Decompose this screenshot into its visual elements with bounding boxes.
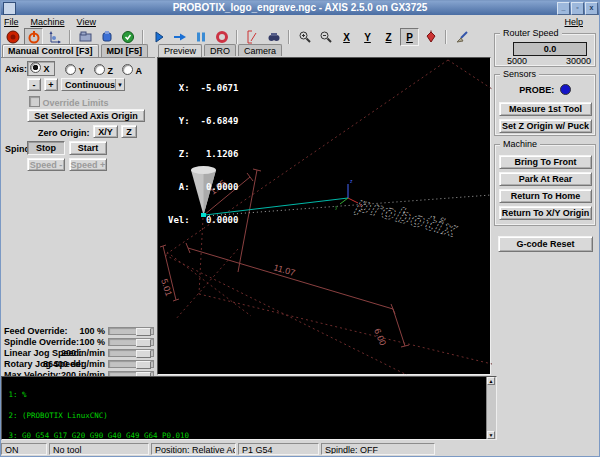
dro-vel: Vel: 0.0000: [168, 215, 238, 226]
linear-jog-speed-row: Linear Jog Speed: 200 in/min: [1, 348, 157, 358]
titlebar: PROBOTIX_logo_engrave.ngc - AXIS 2.5.0 o…: [0, 0, 600, 15]
axis-label: Axis:: [5, 64, 27, 74]
minimize-button[interactable]: _: [557, 2, 570, 15]
jog-minus-button[interactable]: -: [27, 78, 41, 91]
override-limits-checkbox[interactable]: Override Limits: [29, 96, 109, 108]
dro-a: A: 0.0000: [168, 182, 238, 193]
slider-thumb[interactable]: [136, 350, 151, 358]
checkbox-icon: [29, 96, 40, 107]
estop-icon: [6, 30, 20, 44]
statusbar: ON No tool Position: Relative Actual P1 …: [0, 441, 600, 457]
dimension-depth: 6.00: [372, 327, 388, 347]
spindle-speed-minus-button[interactable]: Speed -: [27, 158, 65, 171]
router-speed-label: Router Speed: [500, 28, 562, 38]
menu-file[interactable]: File: [4, 17, 19, 27]
axis-radio-y[interactable]: Y: [65, 64, 85, 76]
jog-mode-dropdown[interactable]: Continuous ▼: [61, 78, 125, 91]
zero-z-button[interactable]: Z: [121, 125, 137, 138]
tab-manual-control[interactable]: Manual Control [F3]: [2, 44, 99, 58]
return-to-xy-origin-button[interactable]: Return To X/Y Origin: [499, 206, 592, 220]
park-at-rear-button[interactable]: Park At Rear: [499, 172, 592, 186]
gcode-line: 2: (PROBOTIX LinuxCNC): [4, 413, 486, 420]
spindle-override-label: Spindle Override:: [4, 337, 79, 347]
preview-canvas[interactable]: 11.07 6.00 5.01 1.85 x y z probotix: [157, 57, 491, 375]
status-machine-state: ON: [1, 443, 47, 455]
window-icon: [3, 2, 16, 15]
gcode-reset-button[interactable]: G-code Reset: [498, 236, 593, 252]
axis-x-label: X: [44, 64, 50, 74]
axis-radio-a[interactable]: A: [122, 64, 142, 76]
menubar: File Machine View Help: [0, 15, 600, 28]
linear-jog-speed-slider[interactable]: [108, 349, 154, 357]
radio-x-icon: [30, 62, 41, 73]
scroll-down-icon[interactable]: ▼: [487, 431, 495, 439]
toolbar-separator: [445, 30, 447, 44]
left-tabs: Manual Control [F3] MDI [F5]: [2, 44, 150, 58]
spindle-speed-plus-button[interactable]: Speed +: [69, 158, 107, 171]
manual-control-panel: Manual Control [F3] MDI [F5] Axis: X Y Z…: [0, 44, 156, 376]
measure-first-tool-button[interactable]: Measure 1st Tool: [499, 102, 592, 116]
view-x-label: X: [341, 32, 352, 43]
open-file-icon: [79, 30, 93, 44]
spindle-override-value: 100 %: [79, 337, 105, 347]
spindle-override-row: Spindle Override: 100 %: [1, 337, 157, 347]
slider-thumb[interactable]: [136, 361, 151, 369]
jog-axes-icon: [48, 30, 62, 44]
sensors-group: Sensors PROBE: Measure 1st Tool Set Z Or…: [494, 74, 596, 136]
optional-stop-icon: [267, 30, 281, 44]
probe-row: PROBE:: [495, 84, 595, 95]
feed-override-slider[interactable]: [108, 327, 154, 335]
jog-plus-button[interactable]: +: [44, 78, 58, 91]
run-icon: [121, 30, 135, 44]
radio-a-icon: [122, 64, 133, 75]
dro-z: Z: 1.1206: [168, 149, 238, 160]
preview-tabs: Preview DRO Camera: [158, 44, 284, 57]
tab-mdi[interactable]: MDI [F5]: [101, 44, 149, 57]
gcode-listing[interactable]: 1: % 2: (PROBOTIX LinuxCNC) 3: G0 G54 G1…: [1, 376, 497, 440]
toolbar-separator: [236, 30, 238, 44]
scroll-up-icon[interactable]: ▲: [487, 377, 495, 385]
axis-z-label: Z: [108, 66, 114, 76]
sensors-label: Sensors: [500, 69, 539, 79]
menu-machine[interactable]: Machine: [31, 17, 65, 27]
bring-to-front-button[interactable]: Bring To Front: [499, 155, 592, 169]
rotary-jog-speed-row: Rotary Jog Speed: 86400 deg/min: [1, 359, 157, 369]
router-speed-min: 5000: [507, 56, 527, 66]
return-to-home-button[interactable]: Return To Home: [499, 189, 592, 203]
menu-view[interactable]: View: [77, 17, 96, 27]
clear-plot-icon: [455, 30, 469, 44]
spindle-start-button[interactable]: Start: [69, 141, 107, 155]
slider-thumb[interactable]: [136, 328, 151, 336]
probe-led-icon: [560, 84, 571, 95]
gcode-text: 1: % 2: (PROBOTIX LinuxCNC) 3: G0 G54 G1…: [4, 378, 486, 438]
router-speed-group: Router Speed 0.0 5000 30000: [494, 33, 596, 67]
right-panel: Router Speed 0.0 5000 30000 Sensors PROB…: [492, 28, 600, 440]
spindle-stop-button[interactable]: Stop: [27, 141, 65, 155]
view-perspective-label: P: [404, 32, 415, 43]
router-speed-value: 0.0: [513, 42, 587, 56]
axis-radio-z[interactable]: Z: [94, 64, 113, 76]
rotary-jog-speed-slider[interactable]: [108, 360, 154, 368]
spindle-override-slider[interactable]: [108, 338, 154, 346]
close-button[interactable]: x: [585, 2, 598, 15]
axis-radio-x[interactable]: X: [27, 61, 55, 76]
zero-xy-button[interactable]: X/Y: [93, 125, 118, 138]
radio-y-icon: [65, 64, 76, 75]
tab-dro[interactable]: DRO: [204, 44, 236, 56]
linear-jog-speed-value: 200 in/min: [61, 348, 105, 358]
window-title: PROBOTIX_logo_engrave.ngc - AXIS 2.5.0 o…: [173, 2, 428, 13]
feed-override-label: Feed Override:: [4, 326, 68, 336]
feed-override-row: Feed Override: 100 %: [1, 326, 157, 336]
set-z-origin-puck-button[interactable]: Set Z Origin w/ Puck: [499, 119, 592, 133]
tab-preview[interactable]: Preview: [158, 44, 202, 57]
manual-control-body: Axis: X Y Z A - + Continuous ▼ Override …: [1, 57, 155, 376]
gcode-line: 3: G0 G54 G17 G20 G90 G40 G49 G64 P0.010: [4, 433, 486, 438]
toolpath-logo-text: probotix: [353, 192, 461, 242]
gcode-scrollbar[interactable]: ▲ ▼: [486, 377, 496, 439]
tab-camera[interactable]: Camera: [238, 44, 282, 56]
maximize-button[interactable]: ▫: [571, 2, 584, 15]
set-axis-origin-button[interactable]: Set Selected Axis Origin: [27, 109, 145, 122]
status-tool: No tool: [49, 443, 149, 455]
menu-help[interactable]: Help: [564, 17, 583, 27]
slider-thumb[interactable]: [136, 339, 151, 347]
